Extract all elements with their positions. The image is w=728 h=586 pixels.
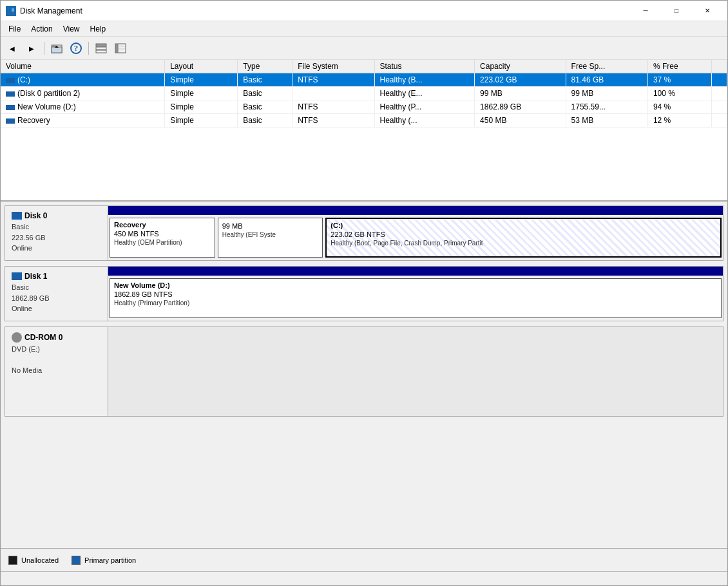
legend-primary: Primary partition	[72, 556, 136, 565]
legend-primary-box	[72, 556, 81, 565]
col-filesystem[interactable]: File System	[292, 60, 374, 73]
table-row[interactable]: New Volume (D:)SimpleBasicNTFSHealthy (P…	[1, 100, 727, 114]
segment-0-1[interactable]: 99 MBHealthy (EFI Syste	[218, 218, 323, 258]
cell-layout: Simple	[165, 100, 238, 114]
menu-view[interactable]: View	[58, 23, 85, 35]
cell-free: 53 MB	[566, 114, 647, 128]
upfolder-button[interactable]	[48, 40, 66, 57]
cell-volume: (Disk 0 partition 2)	[1, 87, 165, 100]
col-capacity[interactable]: Capacity	[475, 60, 566, 73]
svg-rect-11	[118, 44, 126, 53]
close-button[interactable]: ✕	[693, 1, 722, 21]
disk-name-0: Disk 0	[12, 211, 101, 220]
segment-1-0[interactable]: New Volume (D:)1862.89 GB NTFSHealthy (P…	[110, 278, 722, 318]
cell-layout: Simple	[165, 114, 238, 128]
cdrom-icon	[12, 332, 22, 343]
toolbar: ?	[1, 37, 727, 60]
cdrom-info: DVD (E:)No Media	[12, 344, 101, 376]
svg-rect-7	[96, 44, 106, 46]
detail-view-button[interactable]	[111, 40, 129, 57]
cell-extra	[711, 100, 727, 114]
volume-table-area: Volume Layout Type File System Status Ca…	[1, 60, 727, 202]
disk-label-1: Disk 1Basic1862.89 GBOnline	[5, 267, 108, 321]
disk-name-1: Disk 1	[12, 272, 101, 281]
back-icon	[10, 43, 15, 53]
cdrom-partitions	[108, 327, 723, 416]
minimize-button[interactable]: ─	[631, 1, 660, 21]
cell-pct_free: 12 %	[647, 114, 711, 128]
segment-status-0-1: Healthy (EFI Syste	[222, 231, 319, 238]
disk-info-1: Basic1862.89 GBOnline	[12, 282, 101, 314]
cell-filesystem	[292, 87, 374, 100]
segment-size-1-0: 1862.89 GB NTFS	[114, 290, 717, 298]
disk-row-0: Disk 0Basic223.56 GBOnlineRecovery450 MB…	[5, 205, 723, 261]
disk-label-0: Disk 0Basic223.56 GBOnline	[5, 206, 108, 260]
disk-segments-0: Recovery450 MB NTFSHealthy (OEM Partitio…	[108, 215, 723, 260]
segment-name-0-0: Recovery	[114, 221, 211, 229]
cell-type: Basic	[238, 87, 292, 100]
detail-view-icon	[115, 43, 126, 54]
volume-icon	[6, 78, 15, 83]
svg-rect-2	[12, 8, 14, 12]
legend-bar: Unallocated Primary partition	[1, 548, 727, 571]
disk-header-bar-0	[108, 206, 723, 215]
segment-name-0-2: (C:)	[330, 222, 716, 229]
menu-help[interactable]: Help	[85, 23, 111, 35]
cdrom-row: CD-ROM 0DVD (E:)No Media	[5, 326, 723, 417]
maximize-button[interactable]: □	[662, 1, 691, 21]
svg-rect-9	[96, 50, 106, 53]
cell-layout: Simple	[165, 73, 238, 87]
disk-row-1: Disk 1Basic1862.89 GBOnlineNew Volume (D…	[5, 266, 723, 321]
help-button[interactable]: ?	[67, 40, 85, 57]
col-free[interactable]: Free Sp...	[566, 60, 647, 73]
app-icon	[6, 6, 16, 16]
volume-table-body: (C:)SimpleBasicNTFSHealthy (B...223.02 G…	[1, 73, 727, 128]
menu-action[interactable]: Action	[26, 23, 57, 35]
cell-capacity: 450 MB	[475, 114, 566, 128]
cell-volume: Recovery	[1, 114, 165, 128]
cell-extra	[711, 73, 727, 87]
cell-capacity: 223.02 GB	[475, 73, 566, 87]
segment-0-0[interactable]: Recovery450 MB NTFSHealthy (OEM Partitio…	[110, 218, 215, 258]
svg-rect-5	[52, 47, 62, 53]
back-button[interactable]	[3, 40, 21, 57]
segment-status-0-2: Healthy (Boot, Page File, Crash Dump, Pr…	[330, 240, 716, 247]
cell-status: Healthy (E...	[374, 87, 475, 100]
cell-pct_free: 100 %	[647, 87, 711, 100]
list-view-button[interactable]	[92, 40, 110, 57]
table-row[interactable]: RecoverySimpleBasicNTFSHealthy (...450 M…	[1, 114, 727, 128]
volume-icon	[6, 105, 15, 110]
cell-filesystem: NTFS	[292, 100, 374, 114]
menu-bar: File Action View Help	[1, 21, 727, 37]
svg-rect-8	[96, 47, 106, 50]
disk-icon-0	[12, 212, 22, 220]
col-status[interactable]: Status	[374, 60, 475, 73]
table-row[interactable]: (C:)SimpleBasicNTFSHealthy (B...223.02 G…	[1, 73, 727, 87]
status-bar	[1, 571, 727, 585]
col-extra	[711, 60, 727, 73]
upfolder-icon	[51, 43, 62, 54]
table-row[interactable]: (Disk 0 partition 2)SimpleBasicHealthy (…	[1, 87, 727, 100]
volume-icon	[6, 91, 15, 97]
cell-pct_free: 94 %	[647, 100, 711, 114]
cdrom-name: CD-ROM 0	[12, 332, 101, 343]
cell-volume: New Volume (D:)	[1, 100, 165, 114]
cell-capacity: 99 MB	[475, 87, 566, 100]
cell-type: Basic	[238, 114, 292, 128]
col-volume[interactable]: Volume	[1, 60, 165, 73]
list-view-icon	[95, 43, 107, 54]
volume-table: Volume Layout Type File System Status Ca…	[1, 60, 727, 128]
cell-filesystem: NTFS	[292, 114, 374, 128]
cell-free: 81.46 GB	[566, 73, 647, 87]
menu-file[interactable]: File	[3, 23, 26, 35]
forward-button[interactable]	[23, 40, 41, 57]
disk-segments-1: New Volume (D:)1862.89 GB NTFSHealthy (P…	[108, 276, 723, 321]
col-type[interactable]: Type	[238, 60, 292, 73]
segment-0-2[interactable]: (C:)223.02 GB NTFSHealthy (Boot, Page Fi…	[325, 218, 722, 258]
cell-type: Basic	[238, 100, 292, 114]
window-title: Disk Management	[20, 6, 631, 15]
col-pct-free[interactable]: % Free	[647, 60, 711, 73]
main-window: Disk Management ─ □ ✕ File Action View H…	[0, 0, 728, 586]
segment-size-0-0: 450 MB NTFS	[114, 230, 211, 238]
col-layout[interactable]: Layout	[165, 60, 238, 73]
